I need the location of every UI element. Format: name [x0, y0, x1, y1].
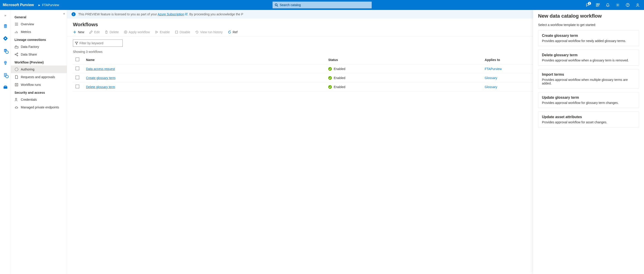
- apply-icon: [124, 30, 128, 34]
- applies-to-link[interactable]: Glossary: [485, 76, 497, 80]
- nav-label: Overview: [21, 22, 34, 26]
- info-icon: i: [72, 12, 76, 16]
- nav-item-authoring[interactable]: Authoring: [11, 66, 67, 73]
- profile-icon[interactable]: [634, 1, 641, 8]
- person-icon: [14, 98, 18, 102]
- filter-icon: [75, 42, 78, 45]
- plus-icon: [73, 30, 76, 34]
- template-title: Update glossary term: [542, 96, 635, 100]
- nav-label: Authoring: [21, 68, 34, 71]
- factory-icon: [14, 45, 18, 49]
- nav-item-credentials[interactable]: Credentials: [11, 96, 67, 104]
- nav-item-overview[interactable]: Overview: [11, 20, 67, 28]
- svg-line-28: [16, 54, 17, 54]
- rail-item-data-estate[interactable]: [2, 47, 9, 54]
- cloud-icon: [14, 105, 18, 109]
- svg-line-29: [16, 55, 17, 55]
- nav-label: Workflow runs: [21, 83, 41, 87]
- template-card[interactable]: Delete glossary termProvides approval wo…: [538, 50, 639, 66]
- directory-icon[interactable]: [594, 1, 602, 8]
- rail-item-management[interactable]: [2, 84, 9, 91]
- search-bar[interactable]: [272, 1, 372, 8]
- cmd-apply[interactable]: Apply workflow: [124, 30, 150, 34]
- brand-name[interactable]: Microsoft Purview: [3, 3, 34, 7]
- row-checkbox[interactable]: [76, 85, 79, 88]
- svg-point-26: [17, 53, 18, 54]
- svg-line-35: [186, 13, 187, 14]
- search-icon: [275, 3, 278, 6]
- share-icon: [14, 52, 18, 56]
- workflow-name-link[interactable]: Data access request: [86, 67, 115, 71]
- cmd-edit[interactable]: Edit: [89, 30, 100, 34]
- cmd-history[interactable]: View run history: [195, 30, 222, 34]
- nav-item-metrics[interactable]: Metrics: [11, 28, 67, 36]
- template-desc: Provides approval workflow for newly add…: [542, 39, 635, 43]
- nav-item-endpoints[interactable]: Managed private endpoints: [11, 104, 67, 111]
- select-all-checkbox[interactable]: [76, 58, 79, 61]
- svg-line-1: [277, 6, 278, 6]
- help-icon[interactable]: [624, 1, 631, 8]
- applies-to-link[interactable]: Glossary: [485, 85, 497, 89]
- col-name[interactable]: Name: [83, 55, 326, 64]
- nav-item-data-factory[interactable]: Data Factory: [11, 43, 67, 51]
- rail-item-data-map[interactable]: [2, 35, 9, 42]
- status-label: Enabled: [334, 67, 345, 71]
- nav-item-data-share[interactable]: Data Share: [11, 51, 67, 58]
- svg-point-0: [275, 4, 277, 6]
- edit-icon: [89, 30, 93, 34]
- new-workflow-panel: New data catalog workflow Select a workf…: [533, 10, 644, 274]
- svg-rect-41: [176, 31, 178, 33]
- cmd-new[interactable]: New: [73, 30, 84, 34]
- cmd-enable[interactable]: Enable: [155, 30, 170, 34]
- flyout-title: New data catalog workflow: [538, 13, 639, 19]
- rail-item-data-catalog[interactable]: [2, 23, 9, 30]
- applies-to-link[interactable]: FTAPurview: [485, 67, 502, 71]
- stop-icon: [175, 30, 178, 34]
- nav-item-workflow-runs[interactable]: Workflow runs: [11, 81, 67, 89]
- refresh-icon: [228, 30, 231, 34]
- cmd-refresh[interactable]: Ref: [228, 30, 238, 34]
- history-icon: [195, 30, 199, 34]
- svg-point-27: [17, 55, 18, 56]
- banner-link[interactable]: Azure Subscription: [158, 12, 188, 16]
- template-desc: Provides approval workflow when a glossa…: [542, 58, 635, 62]
- filter-box[interactable]: [73, 39, 123, 47]
- account-name[interactable]: FTAPurview: [42, 3, 59, 7]
- template-card[interactable]: Create glossary termProvides approval wo…: [538, 30, 639, 46]
- flyout-subtitle: Select a workflow template to get starte…: [538, 23, 639, 27]
- cmd-delete[interactable]: Delete: [104, 30, 118, 34]
- settings-icon[interactable]: [614, 1, 621, 8]
- search-input[interactable]: [280, 3, 370, 7]
- sidenav-collapse-icon[interactable]: «: [63, 12, 65, 15]
- nav-label: Data Factory: [21, 45, 39, 49]
- rail-item-policy[interactable]: [2, 71, 9, 79]
- cmd-disable[interactable]: Disable: [175, 30, 190, 34]
- play-icon: [155, 30, 158, 34]
- rail-item-insights[interactable]: [2, 59, 9, 66]
- svg-rect-3: [598, 3, 600, 5]
- col-status[interactable]: Status: [326, 55, 482, 64]
- template-card[interactable]: Import termsProvides approval workflow w…: [538, 69, 639, 89]
- feedback-icon[interactable]: 1: [584, 1, 592, 8]
- rail-expand-icon[interactable]: »: [2, 13, 9, 18]
- workflow-name-link[interactable]: Delete glossary term: [86, 85, 115, 89]
- chart-icon: [14, 30, 18, 34]
- status-label: Enabled: [334, 76, 345, 80]
- document-icon: [14, 75, 18, 79]
- workflow-name-link[interactable]: Create glossary term: [86, 76, 116, 80]
- filter-input[interactable]: [80, 41, 121, 45]
- template-card[interactable]: Update asset attributesProvides approval…: [538, 112, 639, 128]
- row-checkbox[interactable]: [76, 76, 79, 79]
- nav-label: Credentials: [21, 98, 37, 101]
- workflow-icon: [14, 67, 18, 71]
- nav-item-requests[interactable]: Requests and approvals: [11, 73, 67, 81]
- template-card[interactable]: Update glossary termProvides approval wo…: [538, 92, 639, 108]
- notifications-icon[interactable]: [604, 1, 612, 8]
- template-desc: Provides approval workflow for glossary …: [542, 101, 635, 105]
- row-checkbox[interactable]: [76, 67, 79, 70]
- svg-rect-31: [15, 83, 18, 86]
- svg-rect-13: [5, 64, 6, 65]
- svg-point-34: [16, 98, 17, 100]
- content-area: i This PREVIEW feature is licensed to yo…: [67, 10, 644, 274]
- template-desc: Provides approval workflow when multiple…: [542, 78, 635, 85]
